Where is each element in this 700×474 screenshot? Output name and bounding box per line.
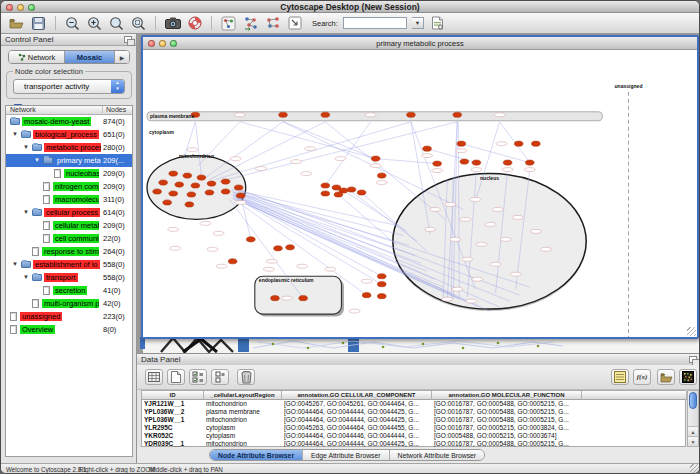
graph-node[interactable] (347, 187, 356, 192)
network-tree-row[interactable]: ▼biological_process651(0) (6, 128, 132, 141)
graph-node[interactable] (205, 190, 214, 195)
tree-expand-icon[interactable]: ▼ (23, 209, 29, 215)
formula-fx-icon[interactable]: f(x) (633, 369, 651, 385)
graph-node[interactable] (377, 274, 386, 279)
frame-zoom-button[interactable] (170, 40, 177, 47)
network-tree-row[interactable]: Overview8(0) (6, 323, 132, 336)
graph-node[interactable] (321, 183, 330, 188)
network-canvas[interactable]: plasma membranecytoplasmmitochondrionnuc… (143, 50, 697, 337)
table-row[interactable]: YKR052Ccytoplasm[GO:0044464, GO:0044446,… (142, 432, 685, 440)
graph-node[interactable] (279, 112, 288, 117)
table-scrollbar[interactable]: ▲ ▼ (687, 390, 699, 447)
graph-node[interactable] (153, 189, 162, 194)
graph-node[interactable] (472, 160, 481, 165)
tab-mosaic[interactable]: Mosaic (65, 51, 115, 63)
scrollbar-thumb[interactable] (689, 392, 697, 409)
search-input[interactable] (343, 17, 407, 29)
network-tree-row[interactable]: nitrogen compo209(0) (6, 180, 132, 193)
graph-node[interactable] (236, 193, 245, 198)
network-tree-row[interactable]: ▼transport558(0) (6, 271, 132, 284)
zoom-in-icon[interactable] (86, 15, 103, 32)
close-button[interactable] (6, 4, 13, 11)
graph-node[interactable] (321, 191, 330, 196)
graph-node[interactable] (286, 245, 295, 250)
graph-node[interactable] (334, 192, 343, 197)
tab-node-attribute-browser[interactable]: Node Attribute Browser (210, 450, 303, 460)
network-tree-row[interactable]: ▼primary metabol209(... (6, 154, 132, 167)
graph-node[interactable] (185, 202, 194, 207)
frame-close-button[interactable] (148, 40, 155, 47)
graph-node[interactable] (377, 173, 386, 178)
graph-node[interactable] (433, 161, 442, 166)
network-tree-row[interactable]: nucleobase-209(0) (6, 167, 132, 180)
graph-node[interactable] (357, 190, 366, 195)
tabs-overflow-button[interactable]: ▶ (115, 51, 129, 63)
zoom-selected-icon[interactable] (130, 15, 147, 32)
tab-edge-attribute-browser[interactable]: Edge Attribute Browser (303, 450, 390, 460)
network-tree-row[interactable]: cellular metabol209(0) (6, 219, 132, 232)
graph-node[interactable] (460, 159, 469, 164)
network-tree-row[interactable]: macromolecule311(0) (6, 193, 132, 206)
network-tree-row[interactable]: ▼establishment of lo558(0) (6, 258, 132, 271)
graph-node[interactable] (525, 160, 534, 165)
graph-node[interactable] (362, 293, 371, 298)
unselect-attributes-icon[interactable] (211, 369, 229, 385)
graph-node[interactable] (207, 181, 216, 186)
network-tree-row[interactable]: cell communicat22(0) (6, 232, 132, 245)
frame-minimize-button[interactable] (159, 40, 166, 47)
tree-expand-icon[interactable]: ▼ (34, 157, 40, 163)
select-attributes-icon[interactable] (189, 369, 207, 385)
graph-node[interactable] (228, 259, 237, 264)
save-session-icon[interactable] (30, 15, 47, 32)
search-dropdown-button[interactable]: ▼ (412, 17, 424, 29)
graph-node[interactable] (407, 112, 416, 117)
tree-expand-icon[interactable]: ▼ (12, 261, 18, 267)
snapshot-camera-icon[interactable] (164, 15, 181, 32)
tree-col-nodes[interactable]: Nodes (102, 106, 126, 113)
graph-node[interactable] (159, 180, 168, 185)
network-view-frame[interactable]: primary metabolic process plasma membran… (141, 35, 699, 339)
network-tree-row[interactable]: ▼metabolic process280(0) (6, 141, 132, 154)
graph-node[interactable] (453, 112, 462, 117)
matrix-view-icon[interactable] (679, 369, 697, 385)
table-column-header[interactable]: ID (142, 391, 204, 400)
graph-node[interactable] (377, 294, 386, 299)
graph-node[interactable] (321, 112, 330, 117)
zoom-out-icon[interactable] (64, 15, 81, 32)
table-column-header[interactable]: annotation.GO CELLULAR_COMPONENT (282, 391, 432, 400)
frame-resize-grip[interactable] (687, 327, 696, 336)
graph-node[interactable] (163, 200, 172, 205)
graph-node[interactable] (169, 191, 178, 196)
graph-node[interactable] (246, 237, 255, 242)
network-link-tools-icon[interactable] (264, 15, 281, 32)
table-row[interactable]: YLR295Ccytoplasm[GO:0045263, GO:0044464,… (142, 424, 685, 432)
graph-node[interactable] (274, 246, 283, 251)
table-column-header[interactable]: annotation.GO MOLECULAR_FUNCTION (432, 391, 582, 400)
table-row[interactable]: YJR121W__1mitochondrion[GO:0045267, GO:0… (142, 400, 685, 408)
graph-node[interactable] (457, 141, 466, 146)
network-tree-row[interactable]: ▼cellular process614(0) (6, 206, 132, 219)
network-view-tools-icon[interactable] (242, 15, 259, 32)
float-panel-icon[interactable] (689, 356, 698, 364)
table-row[interactable]: YPL036W__2plasma membrane[GO:0044464, GO… (142, 408, 685, 416)
zoom-button[interactable] (28, 4, 35, 11)
open-folder-icon[interactable] (657, 369, 675, 385)
tab-network[interactable]: Network (9, 51, 65, 63)
graph-node[interactable] (169, 171, 178, 176)
new-attribute-icon[interactable] (167, 369, 185, 385)
node-color-dropdown[interactable]: transporter activity ▲▼ (13, 79, 125, 94)
tree-expand-icon[interactable]: ▼ (23, 144, 29, 150)
import-table-icon[interactable] (611, 369, 629, 385)
attribute-grid-icon[interactable] (145, 369, 163, 385)
graph-node[interactable] (221, 179, 230, 184)
minimize-button[interactable] (17, 4, 24, 11)
scroll-down-icon[interactable]: ▼ (688, 436, 698, 446)
graph-node[interactable] (191, 183, 200, 188)
graph-node[interactable] (234, 185, 243, 190)
graph-node[interactable] (514, 141, 523, 146)
new-network-icon[interactable] (220, 15, 237, 32)
graph-node[interactable] (183, 173, 192, 178)
tree-col-network[interactable]: Network (10, 106, 36, 113)
open-file-icon[interactable] (8, 15, 25, 32)
network-tree-row[interactable]: secretion41(0) (6, 284, 132, 297)
